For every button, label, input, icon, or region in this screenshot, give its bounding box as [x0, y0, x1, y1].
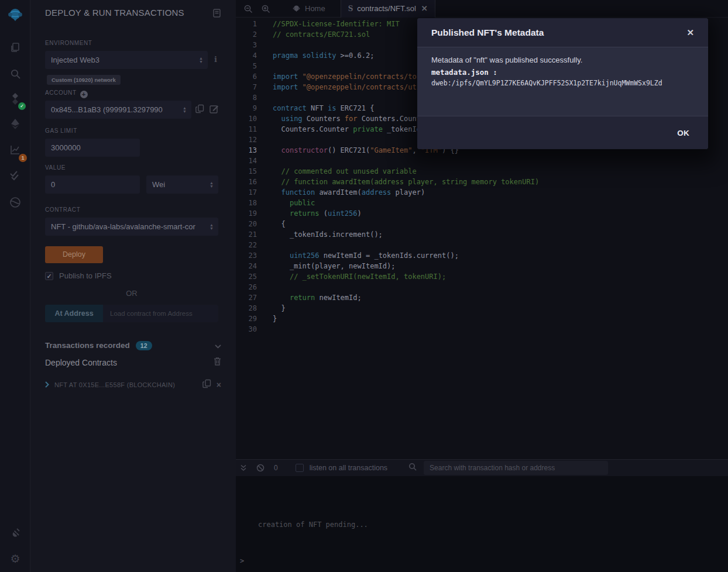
line-number[interactable]: 15	[236, 166, 266, 177]
value-input[interactable]: 0	[45, 175, 140, 194]
line-number[interactable]: 5	[236, 61, 266, 71]
static-analysis-icon[interactable]: 1	[0, 140, 30, 160]
unit-testing-icon[interactable]	[0, 166, 30, 185]
debugger-icon[interactable]	[0, 192, 30, 212]
code-line[interactable]: 24 _mint(player, newItemId);	[236, 261, 728, 271]
line-number[interactable]: 10	[236, 113, 266, 124]
publish-ipfs-checkbox[interactable]: ✓	[45, 272, 53, 280]
code-line[interactable]: 30	[236, 324, 728, 335]
line-number[interactable]: 16	[236, 177, 266, 187]
code-text	[266, 40, 273, 50]
tab-home[interactable]: Home	[285, 0, 332, 18]
sign-message-icon[interactable]	[210, 104, 219, 115]
code-text	[266, 282, 273, 292]
transactions-recorded-row[interactable]: Transactions recorded 12	[45, 339, 221, 353]
solidity-compiler-icon[interactable]: ✓	[0, 89, 30, 109]
code-line[interactable]: 25 // _setTokenURI(newItemId, tokenURI);	[236, 271, 728, 282]
deployed-contract-name: NFT AT 0X15E...E558F (BLOCKCHAIN)	[54, 381, 197, 388]
code-line[interactable]: 29}	[236, 313, 728, 324]
settings-gear-icon[interactable]: ⚙	[0, 549, 30, 568]
line-number[interactable]: 29	[236, 313, 266, 324]
at-address-input[interactable]	[103, 305, 218, 322]
terminal-output[interactable]: creation of NFT pending... >	[236, 476, 728, 572]
code-text: contract NFT is ERC721 {	[266, 103, 374, 113]
code-text: //SPDX-License-Identifier: MIT	[266, 19, 400, 29]
line-number[interactable]: 14	[236, 156, 266, 166]
code-line[interactable]: 21 _tokenIds.increment();	[236, 229, 728, 240]
remix-logo-icon[interactable]	[0, 5, 30, 25]
remove-contract-icon[interactable]: ×	[217, 380, 221, 390]
line-number[interactable]: 28	[236, 303, 266, 313]
deploy-run-icon[interactable]	[0, 114, 30, 134]
code-line[interactable]: 28 }	[236, 303, 728, 313]
code-line[interactable]: 18 public	[236, 198, 728, 208]
modal-close-icon[interactable]: ✕	[686, 27, 694, 38]
line-number[interactable]: 11	[236, 124, 266, 135]
line-number[interactable]: 27	[236, 292, 266, 303]
clear-console-icon[interactable]	[256, 464, 265, 472]
code-line[interactable]: 20 {	[236, 219, 728, 229]
code-line[interactable]: 23 uint256 newItemId = _tokenIds.current…	[236, 250, 728, 261]
environment-select[interactable]: Injected Web3 ▲▼	[45, 51, 208, 69]
code-line[interactable]: 17 function awardItem(address player)	[236, 187, 728, 198]
line-number[interactable]: 30	[236, 324, 266, 335]
account-select[interactable]: 0x845...B1aB3 (999991.3297990 ▲▼	[45, 101, 191, 119]
line-number[interactable]: 12	[236, 135, 266, 145]
line-number[interactable]: 13	[236, 145, 266, 156]
code-text: Counters.Counter private _tokenIds;	[266, 124, 429, 135]
line-number[interactable]: 8	[236, 92, 266, 103]
modal-ok-button[interactable]: OK	[677, 129, 689, 137]
line-number[interactable]: 24	[236, 261, 266, 271]
line-number[interactable]: 19	[236, 208, 266, 219]
code-line[interactable]: 26	[236, 282, 728, 292]
line-number[interactable]: 20	[236, 219, 266, 229]
copy-account-icon[interactable]	[195, 104, 204, 116]
plugin-manager-icon[interactable]	[0, 523, 30, 543]
contract-select[interactable]: NFT - github/ava-labs/avalanche-smart-co…	[45, 218, 218, 236]
line-number[interactable]: 25	[236, 271, 266, 282]
copy-address-icon[interactable]	[202, 379, 211, 391]
line-number[interactable]: 2	[236, 29, 266, 40]
deployed-contract-item[interactable]: NFT AT 0X15E...E558F (BLOCKCHAIN) ×	[45, 379, 221, 391]
code-text: // _setTokenURI(newItemId, tokenURI);	[266, 271, 446, 282]
expand-terminal-icon[interactable]	[240, 464, 247, 471]
chevron-down-icon[interactable]	[215, 340, 221, 351]
line-number[interactable]: 26	[236, 282, 266, 292]
code-line[interactable]: 15 // commented out unused variable	[236, 166, 728, 177]
zoom-in-icon[interactable]	[257, 0, 274, 18]
code-line[interactable]: 19 returns (uint256)	[236, 208, 728, 219]
search-icon[interactable]	[0, 64, 30, 84]
value-unit-select[interactable]: Wei ▲▼	[146, 175, 218, 194]
at-address-button[interactable]: At Address	[45, 305, 103, 322]
listen-all-checkbox[interactable]	[296, 464, 304, 472]
deploy-button[interactable]: Deploy	[45, 246, 103, 263]
line-number[interactable]: 21	[236, 229, 266, 240]
close-tab-icon[interactable]: ✕	[421, 4, 428, 13]
zoom-out-icon[interactable]	[239, 0, 257, 18]
add-account-icon[interactable]: +	[80, 91, 88, 98]
line-number[interactable]: 7	[236, 82, 266, 92]
line-number[interactable]: 9	[236, 103, 266, 113]
line-number[interactable]: 22	[236, 240, 266, 250]
line-number[interactable]: 18	[236, 198, 266, 208]
terminal-search-input[interactable]	[424, 461, 608, 475]
code-line[interactable]: 16 // function awardItem(address player,…	[236, 177, 728, 187]
expand-chevron-icon[interactable]	[45, 380, 49, 390]
documentation-icon[interactable]	[213, 9, 221, 20]
code-line[interactable]: 22	[236, 240, 728, 250]
code-line[interactable]: 27 return newItemId;	[236, 292, 728, 303]
code-line[interactable]: 14	[236, 156, 728, 166]
line-number[interactable]: 4	[236, 50, 266, 61]
line-number[interactable]: 23	[236, 250, 266, 261]
select-arrows-icon: ▲▼	[199, 57, 203, 64]
environment-info-icon[interactable]: i	[214, 55, 217, 64]
modal-ipfs-url: dweb:/ipfs/QmYL9P1Z7KE6AQvKJPFF52SX1p2TE…	[431, 79, 694, 87]
line-number[interactable]: 6	[236, 71, 266, 82]
file-explorer-icon[interactable]	[0, 37, 30, 57]
trash-icon[interactable]	[214, 357, 221, 368]
line-number[interactable]: 1	[236, 19, 266, 29]
line-number[interactable]: 3	[236, 40, 266, 50]
gas-limit-input[interactable]: 3000000	[45, 139, 140, 157]
tab-nft-sol[interactable]: S contracts/NFT.sol ✕	[341, 0, 435, 18]
line-number[interactable]: 17	[236, 187, 266, 198]
